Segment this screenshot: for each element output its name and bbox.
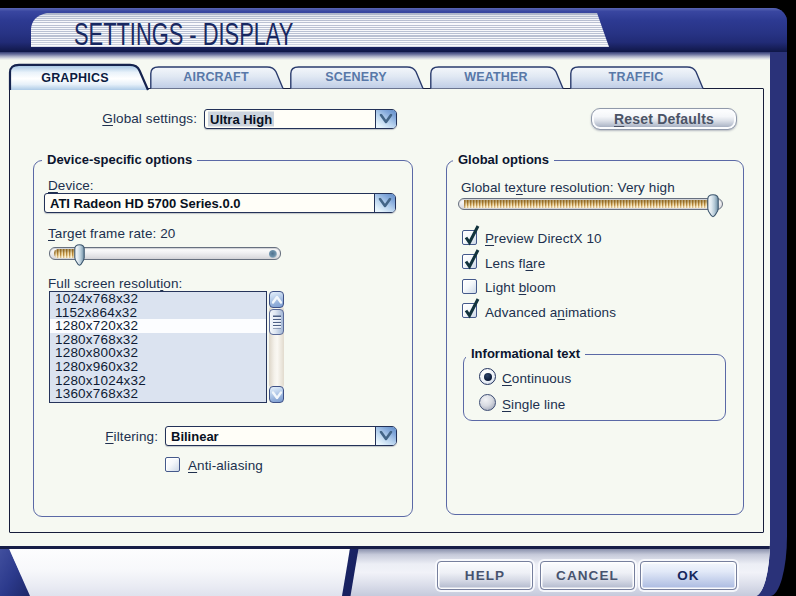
tab-weather-label: WEATHER — [430, 66, 562, 89]
tab-traffic-label: TRAFFIC — [570, 66, 702, 89]
help-button[interactable]: HELP — [437, 561, 533, 590]
tab-aircraft-label: AIRCRAFT — [150, 66, 282, 89]
tab-page-frame — [9, 88, 764, 533]
bottom-banner — [0, 549, 352, 596]
tab-graphics-label: GRAPHICS — [9, 63, 141, 90]
tab-scenery[interactable]: SCENERY — [290, 66, 434, 89]
ok-button-label: OK — [677, 568, 699, 583]
tab-scenery-label: SCENERY — [290, 66, 422, 89]
tab-weather[interactable]: WEATHER — [430, 66, 574, 89]
tab-aircraft[interactable]: AIRCRAFT — [150, 66, 294, 89]
help-button-label: HELP — [465, 568, 505, 583]
settings-display-screen: SETTINGS - DISPLAY GRAPHICS — [0, 0, 796, 596]
ok-button[interactable]: OK — [640, 561, 737, 590]
cancel-button-label: CANCEL — [556, 568, 619, 583]
title-banner-shadow — [0, 52, 770, 60]
page-title: SETTINGS - DISPLAY — [74, 20, 293, 50]
cancel-button[interactable]: CANCEL — [540, 561, 635, 590]
tab-traffic[interactable]: TRAFFIC — [570, 66, 714, 89]
tab-graphics[interactable]: GRAPHICS — [9, 63, 159, 90]
